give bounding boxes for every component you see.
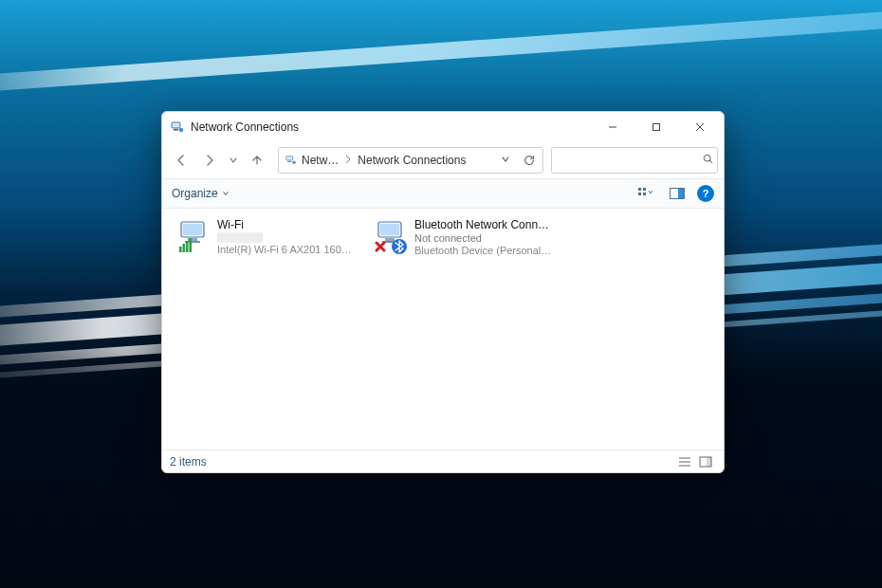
svg-rect-23 bbox=[183, 244, 186, 252]
svg-rect-13 bbox=[638, 193, 641, 195]
svg-rect-8 bbox=[287, 161, 291, 162]
svg-point-2 bbox=[179, 128, 183, 132]
breadcrumb-current-label: Network Connections bbox=[358, 154, 466, 167]
command-bar: Organize ? bbox=[162, 178, 724, 209]
chevron-down-icon bbox=[222, 190, 230, 197]
search-box[interactable] bbox=[551, 147, 718, 174]
view-options-button[interactable] bbox=[633, 182, 657, 205]
breadcrumb-root-label: Netw… bbox=[302, 154, 339, 167]
item-detail: Intel(R) Wi-Fi 6 AX201 160MHz bbox=[217, 244, 356, 255]
search-icon bbox=[702, 153, 714, 168]
items-view[interactable]: Wi-Fi Intel(R) Wi-Fi 6 AX201 160MHz bbox=[162, 209, 724, 450]
svg-rect-14 bbox=[643, 188, 646, 191]
bluetooth-connection-icon bbox=[371, 218, 409, 256]
svg-rect-0 bbox=[172, 122, 180, 128]
svg-rect-28 bbox=[385, 238, 395, 241]
item-name: Bluetooth Network Connection bbox=[414, 218, 553, 231]
titlebar[interactable]: Network Connections bbox=[162, 112, 724, 142]
disabled-x-icon bbox=[377, 243, 384, 250]
up-button[interactable] bbox=[244, 147, 270, 174]
organize-label: Organize bbox=[172, 187, 218, 200]
address-bar[interactable]: Netw… Network Connections bbox=[278, 147, 543, 174]
maximize-button[interactable] bbox=[634, 112, 678, 142]
svg-rect-37 bbox=[707, 457, 711, 467]
svg-rect-15 bbox=[643, 193, 646, 195]
item-name: Wi-Fi bbox=[217, 218, 356, 231]
search-input[interactable] bbox=[560, 154, 702, 167]
preview-pane-button[interactable] bbox=[665, 182, 689, 205]
svg-rect-12 bbox=[638, 188, 641, 191]
help-button[interactable]: ? bbox=[697, 185, 714, 202]
minimize-button[interactable] bbox=[591, 112, 634, 142]
svg-rect-4 bbox=[653, 124, 660, 131]
connection-item-bluetooth[interactable]: Bluetooth Network Connection Not connect… bbox=[371, 218, 553, 256]
recent-dropdown[interactable] bbox=[225, 147, 242, 174]
wifi-connection-icon bbox=[174, 218, 211, 256]
control-panel-icon bbox=[285, 154, 298, 167]
item-status bbox=[217, 232, 263, 243]
svg-rect-27 bbox=[380, 224, 399, 235]
svg-rect-19 bbox=[183, 224, 202, 235]
breadcrumb-root[interactable]: Netw… bbox=[283, 154, 340, 167]
forward-button[interactable] bbox=[196, 147, 223, 174]
close-button[interactable] bbox=[678, 112, 722, 142]
large-icons-view-button[interactable] bbox=[695, 453, 716, 470]
svg-rect-7 bbox=[286, 156, 293, 160]
breadcrumb-current[interactable]: Network Connections bbox=[356, 154, 468, 167]
window-title: Network Connections bbox=[191, 120, 299, 134]
details-view-button[interactable] bbox=[674, 453, 695, 470]
app-icon bbox=[170, 119, 185, 135]
address-dropdown[interactable] bbox=[495, 154, 516, 167]
item-count: 2 items bbox=[170, 455, 207, 469]
svg-line-11 bbox=[709, 160, 712, 163]
svg-rect-1 bbox=[174, 129, 178, 131]
back-button[interactable] bbox=[168, 147, 194, 174]
navbar: Netw… Network Connections bbox=[162, 142, 724, 178]
svg-rect-17 bbox=[678, 189, 684, 198]
bluetooth-icon bbox=[392, 239, 407, 254]
item-detail: Bluetooth Device (Personal Ar… bbox=[414, 245, 553, 256]
svg-rect-22 bbox=[179, 247, 182, 252]
network-connections-window: Network Connections bbox=[161, 111, 725, 473]
item-status: Not connected bbox=[414, 232, 553, 244]
status-bar: 2 items bbox=[162, 450, 724, 472]
connection-item-wifi[interactable]: Wi-Fi Intel(R) Wi-Fi 6 AX201 160MHz bbox=[174, 218, 356, 256]
svg-rect-25 bbox=[190, 238, 193, 252]
organize-menu[interactable]: Organize bbox=[172, 187, 230, 200]
chevron-right-icon[interactable] bbox=[342, 154, 354, 167]
refresh-button[interactable] bbox=[518, 154, 541, 167]
svg-rect-24 bbox=[186, 241, 189, 252]
svg-point-9 bbox=[292, 160, 296, 164]
